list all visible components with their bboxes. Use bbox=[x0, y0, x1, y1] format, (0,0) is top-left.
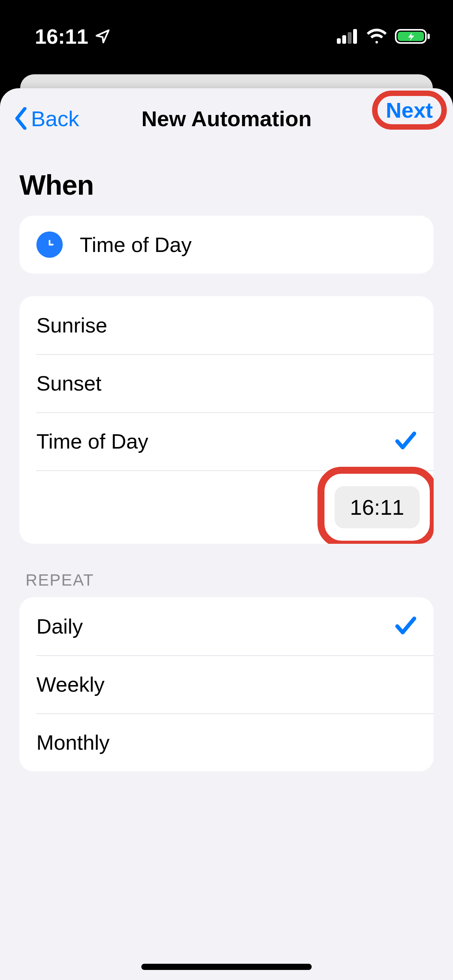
modal-sheet: Back New Automation Next When Time of Da… bbox=[0, 88, 453, 980]
repeat-option-label: Monthly bbox=[36, 730, 110, 754]
svg-rect-1 bbox=[342, 35, 346, 44]
time-value-label: 16:11 bbox=[350, 495, 404, 519]
status-time: 16:11 bbox=[35, 24, 88, 48]
svg-rect-2 bbox=[348, 32, 352, 44]
when-summary-group: Time of Day bbox=[19, 216, 434, 274]
svg-rect-6 bbox=[427, 34, 430, 39]
repeat-option-monthly[interactable]: Monthly bbox=[19, 713, 434, 771]
section-header-repeat: REPEAT bbox=[0, 571, 453, 597]
checkmark-icon bbox=[395, 430, 417, 452]
location-arrow-icon bbox=[94, 28, 111, 45]
time-option-label: Time of Day bbox=[36, 429, 148, 453]
checkmark-icon bbox=[395, 615, 417, 637]
chevron-left-icon bbox=[14, 107, 28, 130]
repeat-option-label: Weekly bbox=[36, 672, 105, 696]
section-header-when: When bbox=[0, 149, 453, 216]
time-picker-button[interactable]: 16:11 bbox=[335, 486, 420, 528]
navigation-bar: Back New Automation Next bbox=[0, 88, 453, 149]
time-option-label: Sunset bbox=[36, 371, 101, 395]
back-button-label: Back bbox=[31, 106, 79, 131]
time-option-sunrise[interactable]: Sunrise bbox=[19, 296, 434, 354]
svg-rect-0 bbox=[337, 38, 341, 44]
svg-rect-3 bbox=[353, 29, 357, 44]
repeat-options-group: Daily Weekly Monthly bbox=[19, 597, 434, 771]
battery-charging-icon bbox=[395, 28, 431, 45]
time-value-row: 16:11 bbox=[19, 470, 434, 544]
time-options-group: Sunrise Sunset Time of Day bbox=[19, 296, 434, 544]
clock-icon bbox=[36, 231, 63, 258]
page-title: New Automation bbox=[141, 106, 312, 131]
time-option-sunset[interactable]: Sunset bbox=[19, 354, 434, 412]
home-indicator[interactable] bbox=[141, 964, 312, 970]
time-option-time-of-day[interactable]: Time of Day bbox=[19, 412, 434, 470]
next-button-wrap: Next bbox=[374, 93, 444, 127]
wifi-icon bbox=[366, 29, 387, 44]
repeat-option-label: Daily bbox=[36, 614, 83, 638]
sheet-content: Time of Day Sunrise Sunset Time of Day bbox=[0, 216, 453, 544]
repeat-option-daily[interactable]: Daily bbox=[19, 597, 434, 655]
when-summary-row[interactable]: Time of Day bbox=[19, 216, 434, 274]
cellular-signal-icon bbox=[337, 29, 359, 44]
when-summary-label: Time of Day bbox=[80, 233, 192, 257]
time-option-label: Sunrise bbox=[36, 313, 107, 337]
next-button-label: Next bbox=[386, 98, 433, 123]
status-bar-right bbox=[337, 28, 431, 45]
repeat-option-weekly[interactable]: Weekly bbox=[19, 655, 434, 713]
next-button[interactable]: Next bbox=[374, 93, 444, 127]
repeat-content: Daily Weekly Monthly bbox=[0, 597, 453, 771]
status-bar: 16:11 bbox=[0, 0, 453, 73]
status-bar-left: 16:11 bbox=[35, 24, 111, 48]
device-frame: 16:11 bbox=[0, 0, 453, 980]
back-button[interactable]: Back bbox=[8, 88, 86, 149]
